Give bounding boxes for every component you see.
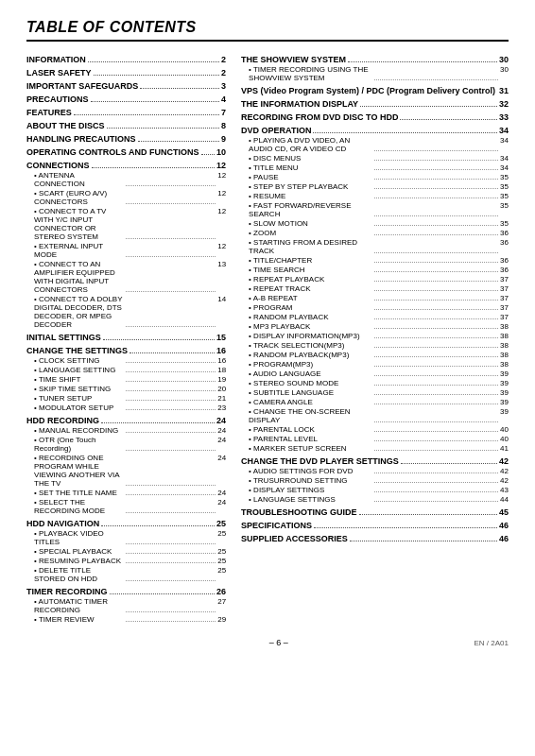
toc-main-entry: CHANGE THE DVD PLAYER SETTINGS42 bbox=[241, 456, 509, 466]
toc-main-entry: HDD RECORDING24 bbox=[26, 416, 226, 425]
toc-main-entry: HDD NAVIGATION25 bbox=[26, 519, 226, 528]
toc-sub-entry: • TITLE/CHAPTER36 bbox=[249, 256, 509, 265]
toc-sub-entry: • CONNECT TO A TV WITH Y/C INPUT CONNECT… bbox=[34, 207, 226, 241]
toc-sub-entry: • FAST FORWARD/REVERSE SEARCH35 bbox=[249, 201, 509, 218]
toc-main-entry: ABOUT THE DISCS8 bbox=[26, 121, 226, 130]
toc-sub-entry: • AUDIO LANGUAGE39 bbox=[249, 369, 509, 378]
toc-sub-entry: • REPEAT PLAYBACK37 bbox=[249, 275, 509, 284]
toc-sub-entry: • CONNECT TO AN AMPLIFIER EQUIPPED WITH … bbox=[34, 260, 226, 294]
toc-sub-entry: • AUTOMATIC TIMER RECORDING27 bbox=[34, 597, 226, 614]
toc-sub-entry: • RECORDING ONE PROGRAM WHILE VIEWING AN… bbox=[34, 454, 226, 488]
toc-main-entry: INITIAL SETTINGS15 bbox=[26, 333, 226, 342]
toc-main-entry: IMPORTANT SAFEGUARDS3 bbox=[26, 81, 226, 91]
toc-sub-entry: • ANTENNA CONNECTION12 bbox=[34, 171, 226, 188]
toc-sub-entry: • SKIP TIME SETTING20 bbox=[34, 385, 226, 393]
toc-main-entry: HANDLING PRECAUTIONS9 bbox=[26, 134, 226, 144]
toc-sub-entry: • ZOOM36 bbox=[249, 229, 509, 237]
toc-sub-entry: • SET THE TITLE NAME24 bbox=[34, 489, 226, 497]
toc-main-entry: TROUBLESHOOTING GUIDE45 bbox=[241, 507, 509, 517]
toc-sub-entry: • MP3 PLAYBACK38 bbox=[249, 322, 509, 331]
footer-code: EN / 2A01 bbox=[475, 639, 509, 647]
toc-main-entry: THE INFORMATION DISPLAY32 bbox=[241, 99, 509, 109]
toc-main-entry: VPS (Video Program System) / PDC (Progra… bbox=[241, 86, 509, 95]
toc-main-entry: SPECIFICATIONS46 bbox=[241, 521, 509, 530]
toc-sub-entry: • OTR (One Touch Recording)24 bbox=[34, 436, 226, 453]
toc-sub-entry: • TITLE MENU34 bbox=[249, 163, 509, 172]
toc-sub-entry: • PLAYING A DVD VIDEO, AN AUDIO CD, OR A… bbox=[249, 136, 509, 153]
toc-sub-entry: • PROGRAM(MP3)38 bbox=[249, 360, 509, 369]
toc-sub-entry: • LANGUAGE SETTINGS44 bbox=[249, 495, 509, 504]
toc-main-entry: SUPPLIED ACCESSORIES46 bbox=[241, 534, 509, 543]
right-column: THE SHOWVIEW SYSTEM30• TIMER RECORDING U… bbox=[241, 51, 509, 625]
toc-sub-entry: • DISPLAY SETTINGS43 bbox=[249, 486, 509, 494]
left-column: INFORMATION2LASER SAFETY2IMPORTANT SAFEG… bbox=[26, 51, 226, 625]
toc-sub-entry: • STEP BY STEP PLAYBACK35 bbox=[249, 182, 509, 191]
toc-sub-entry: • CLOCK SETTING16 bbox=[34, 356, 226, 365]
toc-sub-entry: • SCART (EURO A/V) CONNECTORS12 bbox=[34, 189, 226, 206]
toc-sub-entry: • PROGRAM37 bbox=[249, 303, 509, 312]
toc-sub-entry: • REPEAT TRACK37 bbox=[249, 284, 509, 293]
toc-sub-entry: • TRACK SELECTION(MP3)38 bbox=[249, 341, 509, 350]
toc-sub-entry: • CONNECT TO A DOLBY DIGITAL DECODER, DT… bbox=[34, 295, 226, 329]
toc-sub-entry: • TIMER REVIEW29 bbox=[34, 615, 226, 624]
toc-sub-entry: • MANUAL RECORDING24 bbox=[34, 426, 226, 435]
toc-main-entry: TIMER RECORDING26 bbox=[26, 587, 226, 596]
toc-sub-entry: • CAMERA ANGLE39 bbox=[249, 398, 509, 406]
toc-sub-entry: • EXTERNAL INPUT MODE12 bbox=[34, 242, 226, 259]
toc-sub-entry: • STEREO SOUND MODE39 bbox=[249, 379, 509, 387]
toc-sub-entry: • RESUME35 bbox=[249, 192, 509, 200]
page-title: TABLE OF CONTENTS bbox=[26, 19, 509, 42]
toc-sub-entry: • PARENTAL LOCK40 bbox=[249, 425, 509, 434]
toc-sub-entry: • SELECT THE RECORDING MODE24 bbox=[34, 498, 226, 515]
toc-sub-entry: • RANDOM PLAYBACK(MP3)38 bbox=[249, 351, 509, 359]
toc-sub-entry: • A-B REPEAT37 bbox=[249, 294, 509, 302]
toc-sub-entry: • TIME SEARCH36 bbox=[249, 266, 509, 274]
toc-sub-entry: • DISC MENUS34 bbox=[249, 154, 509, 163]
toc-sub-entry: • STARTING FROM A DESIRED TRACK36 bbox=[249, 238, 509, 255]
toc-sub-entry: • RANDOM PLAYBACK37 bbox=[249, 313, 509, 321]
toc-main-entry: OPERATING CONTROLS AND FUNCTIONS10 bbox=[26, 147, 226, 157]
toc-sub-entry: • RESUMING PLAYBACK25 bbox=[34, 557, 226, 565]
toc-sub-entry: • CHANGE THE ON-SCREEN DISPLAY39 bbox=[249, 407, 509, 424]
footer-page: – 6 – bbox=[83, 638, 475, 647]
toc-sub-entry: • PLAYBACK VIDEO TITLES25 bbox=[34, 529, 226, 546]
toc-main-entry: CHANGE THE SETTINGS16 bbox=[26, 346, 226, 355]
toc-sub-entry: • DISPLAY INFORMATION(MP3)38 bbox=[249, 332, 509, 340]
toc-sub-entry: • SUBTITLE LANGUAGE39 bbox=[249, 388, 509, 397]
toc-sub-entry: • LANGUAGE SETTING18 bbox=[34, 366, 226, 374]
toc-sub-entry: • MARKER SETUP SCREEN41 bbox=[249, 444, 509, 453]
toc-sub-entry: • TRUSURROUND SETTING42 bbox=[249, 476, 509, 485]
toc-main-entry: INFORMATION2 bbox=[26, 55, 226, 64]
toc-sub-entry: • DELETE TITLE STORED ON HDD25 bbox=[34, 566, 226, 583]
toc-main-entry: THE SHOWVIEW SYSTEM30 bbox=[241, 55, 509, 64]
toc-main-entry: RECORDING FROM DVD DISC TO HDD33 bbox=[241, 112, 509, 122]
toc-sub-entry: • AUDIO SETTINGS FOR DVD42 bbox=[249, 467, 509, 475]
toc-sub-entry: • TIME SHIFT19 bbox=[34, 375, 226, 384]
toc-main-entry: DVD OPERATION34 bbox=[241, 126, 509, 135]
toc-sub-entry: • SLOW MOTION35 bbox=[249, 219, 509, 228]
toc-sub-entry: • SPECIAL PLAYBACK25 bbox=[34, 547, 226, 556]
toc-sub-entry: • PARENTAL LEVEL40 bbox=[249, 435, 509, 443]
toc-sub-entry: • PAUSE35 bbox=[249, 173, 509, 181]
toc-sub-entry: • MODULATOR SETUP23 bbox=[34, 404, 226, 412]
toc-sub-entry: • TIMER RECORDING USING THE SHOWVIEW SYS… bbox=[249, 65, 509, 82]
toc-main-entry: PRECAUTIONS4 bbox=[26, 94, 226, 104]
toc-sub-entry: • TUNER SETUP21 bbox=[34, 394, 226, 403]
toc-main-entry: LASER SAFETY2 bbox=[26, 68, 226, 77]
toc-main-entry: FEATURES7 bbox=[26, 108, 226, 117]
toc-main-entry: CONNECTIONS12 bbox=[26, 161, 226, 170]
